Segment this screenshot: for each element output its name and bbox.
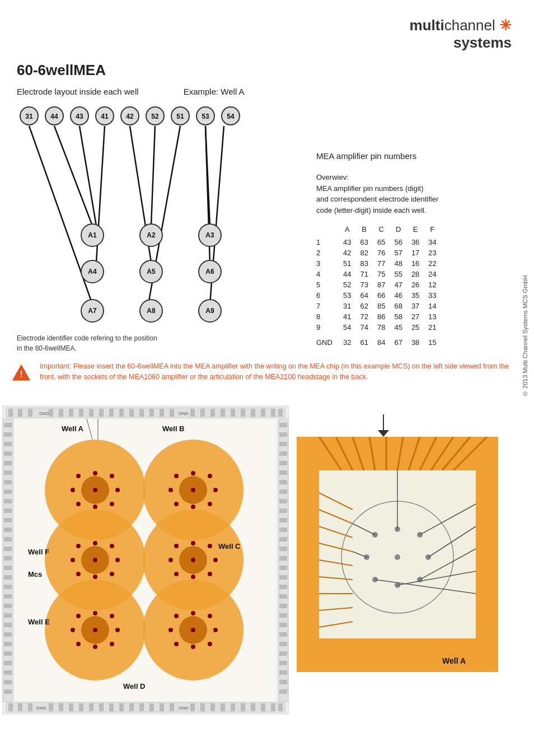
svg-rect-158	[279, 613, 287, 618]
svg-rect-163	[279, 661, 287, 665]
pin-value: 24	[424, 269, 441, 279]
svg-rect-260	[476, 470, 498, 638]
bottom-diagram: GND GND GND	[0, 403, 534, 728]
svg-rect-130	[4, 632, 12, 637]
pin-value: 37	[407, 301, 424, 311]
svg-point-171	[93, 471, 97, 475]
pin-value: 17	[407, 248, 424, 258]
svg-line-2	[79, 126, 96, 226]
pin-value: 33	[424, 290, 441, 301]
svg-rect-143	[279, 470, 287, 475]
svg-point-221	[76, 614, 81, 618]
vertical-copyright: © 2013 Multi Channel Systems MCS GmbH	[522, 224, 534, 448]
bottom-note: Electrode identifier code refering to th…	[17, 333, 157, 353]
pin-value: 77	[373, 258, 390, 269]
svg-point-184	[174, 474, 179, 478]
svg-text:GND: GND	[179, 706, 189, 711]
pin-value: 55	[390, 269, 406, 279]
pin-value: 85	[373, 301, 390, 311]
svg-rect-52	[28, 409, 32, 417]
svg-rect-88	[99, 703, 104, 711]
svg-rect-165	[279, 680, 287, 684]
svg-rect-94	[160, 703, 164, 711]
overview-text: Overwiev: MEA amplifier pin numbers (dig…	[316, 172, 518, 216]
svg-text:41: 41	[101, 113, 109, 120]
svg-rect-144	[279, 480, 287, 484]
pin-value: 67	[390, 333, 406, 348]
svg-text:!: !	[20, 369, 22, 379]
pin-value: 28	[407, 269, 424, 279]
svg-text:Well A: Well A	[62, 424, 84, 433]
svg-rect-126	[4, 594, 12, 599]
svg-rect-139	[279, 432, 287, 437]
pin-value: 87	[373, 279, 390, 290]
svg-rect-101	[231, 703, 235, 711]
svg-rect-142	[279, 461, 287, 465]
subtitle-right: Example: Well A	[184, 87, 245, 96]
svg-text:51: 51	[176, 113, 184, 120]
svg-rect-84	[59, 703, 63, 711]
svg-rect-98	[200, 703, 205, 711]
svg-text:Well D: Well D	[123, 682, 146, 690]
svg-text:Well F: Well F	[28, 548, 49, 556]
svg-text:Well B: Well B	[162, 424, 185, 433]
svg-point-178	[110, 502, 114, 506]
svg-rect-155	[279, 585, 287, 589]
row-label: 3	[316, 258, 339, 269]
svg-text:A6: A6	[205, 268, 214, 276]
row-label: 7	[316, 301, 339, 311]
subtitle-left: Electrode layout inside each well	[17, 87, 139, 96]
pin-value: 83	[355, 258, 372, 269]
svg-rect-138	[279, 423, 287, 427]
well-a-detail-svg: Well A	[297, 437, 498, 672]
svg-rect-71	[221, 409, 225, 417]
svg-rect-63	[139, 409, 144, 417]
pin-value: 14	[424, 301, 441, 311]
pin-value: 16	[407, 258, 424, 269]
logo-channel: channel	[444, 17, 495, 34]
svg-rect-121	[4, 547, 12, 551]
svg-point-210	[191, 541, 195, 545]
pin-value: 53	[339, 290, 355, 301]
svg-rect-118	[4, 518, 12, 522]
svg-rect-127	[4, 604, 12, 608]
pin-value: 82	[355, 248, 372, 258]
svg-point-223	[110, 614, 114, 618]
svg-rect-157	[279, 604, 287, 608]
svg-point-197	[93, 541, 97, 545]
pin-value: 64	[355, 290, 372, 301]
svg-point-240	[191, 645, 195, 649]
mea-board-svg: GND GND GND	[0, 403, 291, 717]
svg-rect-140	[279, 442, 287, 446]
svg-text:A3: A3	[205, 231, 214, 239]
pin-value: 46	[390, 290, 406, 301]
svg-text:42: 42	[126, 113, 134, 120]
svg-text:GND: GND	[179, 411, 189, 416]
warning-text: Important: Please insert the 60-6wellMEA…	[40, 361, 523, 383]
svg-text:31: 31	[25, 113, 33, 120]
pin-value: 66	[373, 290, 390, 301]
detail-arrow	[375, 414, 392, 438]
svg-rect-122	[4, 556, 12, 561]
pin-value: 54	[339, 322, 355, 333]
svg-rect-83	[49, 703, 53, 711]
svg-rect-99	[210, 703, 215, 711]
svg-rect-77	[278, 409, 283, 417]
svg-rect-51	[18, 409, 22, 417]
pin-value: 65	[373, 237, 390, 248]
svg-rect-148	[279, 518, 287, 522]
svg-rect-132	[4, 651, 12, 656]
row-label: 8	[316, 311, 339, 322]
svg-rect-149	[279, 528, 287, 532]
pin-value: 36	[407, 237, 424, 248]
pin-value: 48	[390, 258, 406, 269]
svg-rect-104	[261, 703, 265, 711]
pin-value: 26	[407, 279, 424, 290]
svg-point-275	[395, 554, 400, 560]
svg-rect-162	[279, 651, 287, 656]
svg-rect-259	[297, 470, 319, 638]
svg-point-198	[110, 544, 114, 548]
svg-rect-62	[129, 409, 134, 417]
svg-rect-114	[4, 480, 12, 484]
logo: multichannel ✳ systems	[410, 17, 512, 52]
